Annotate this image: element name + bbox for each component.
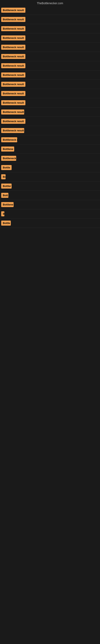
bottleneck-result-button[interactable]: Bottle (1, 165, 12, 170)
bottleneck-result-button[interactable]: Bottle (1, 220, 11, 226)
list-item: Bottleneck result (0, 117, 100, 126)
list-item: Bottlene (0, 200, 100, 209)
bottleneck-result-button[interactable]: Bottleneck result (1, 82, 25, 87)
bottleneck-result-button[interactable]: B (1, 211, 4, 216)
list-item: Bottleneck result (0, 98, 100, 108)
list-item: Bottle (0, 218, 100, 228)
list-item: Bottle (0, 163, 100, 172)
bottleneck-result-button[interactable]: Bottleneck result (1, 110, 24, 114)
site-title: TheBottlenecker.com (0, 0, 100, 6)
bottleneck-result-button[interactable]: Bottleneck result (1, 63, 25, 68)
bottleneck-result-button[interactable]: Bottleneck result (1, 26, 25, 31)
bottleneck-result-button[interactable]: Bottleneck result (1, 119, 25, 124)
list-item: Bottleneck result (0, 34, 100, 43)
bottleneck-result-button[interactable]: Bottleneck result (1, 72, 25, 78)
bottleneck-result-button[interactable]: Bottleneck result (1, 36, 25, 40)
list-item: Bottleneck result (0, 43, 100, 52)
bottleneck-result-button[interactable]: Bottlene (1, 146, 14, 152)
bottleneck-result-button[interactable]: Bo (1, 174, 6, 179)
list-item: Bottleneck (0, 154, 100, 163)
bottleneck-result-button[interactable]: Bottleneck r (1, 137, 17, 142)
list-item: B (0, 209, 100, 218)
bottleneck-result-button[interactable]: Bottlene (1, 202, 14, 207)
bottleneck-result-button[interactable]: Bottleneck result (1, 8, 25, 13)
list-item: Bottleneck result (0, 6, 100, 15)
list-item: Bottleneck r (0, 135, 100, 144)
list-item: Bottleneck result (0, 61, 100, 70)
list-item: Bottlene (0, 144, 100, 154)
bottleneck-result-button[interactable]: Bottleneck result (1, 17, 25, 22)
list-item: Bo (0, 172, 100, 182)
list-item: Bottleneck result (0, 108, 100, 117)
list-item: Bott (0, 191, 100, 200)
list-item: Bottleneck result (0, 52, 100, 61)
list-item: Bottler (0, 182, 100, 191)
bottleneck-result-button[interactable]: Bott (1, 193, 8, 198)
list-item: Bottleneck result (0, 15, 100, 24)
list-item: Bottleneck result (0, 24, 100, 34)
list-item: Bottleneck result (0, 126, 100, 135)
bottleneck-result-button[interactable]: Bottleneck result (1, 45, 25, 50)
bottleneck-result-button[interactable]: Bottleneck result (1, 100, 25, 105)
bottleneck-result-button[interactable]: Bottleneck (1, 156, 16, 161)
list-item: Bottleneck result (0, 70, 100, 80)
bottleneck-result-button[interactable]: Bottleneck result (1, 54, 25, 59)
list-item: Bottleneck result (0, 80, 100, 89)
bottleneck-result-button[interactable]: Bottleneck result (1, 91, 25, 96)
list-item: Bottleneck result (0, 89, 100, 98)
bottleneck-result-button[interactable]: Bottler (1, 184, 12, 188)
bottleneck-result-button[interactable]: Bottleneck result (1, 128, 24, 133)
